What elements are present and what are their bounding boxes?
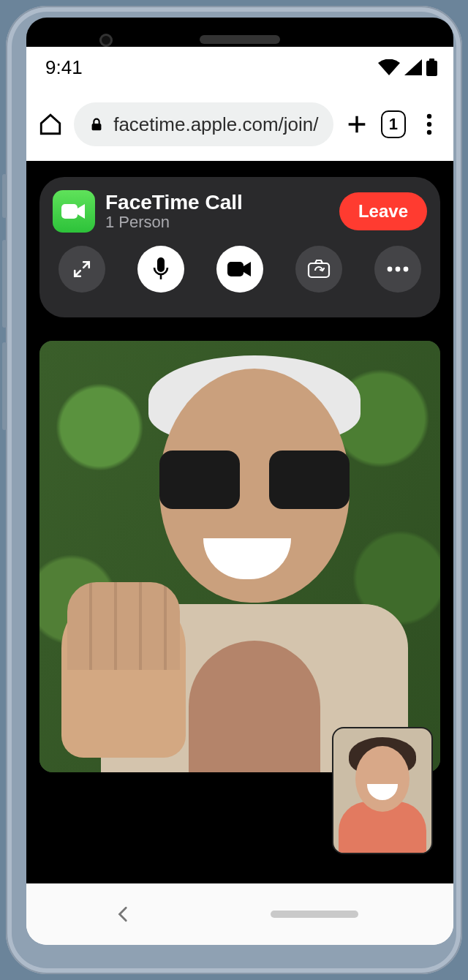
svg-point-4: [427, 122, 431, 127]
svg-point-3: [427, 114, 431, 118]
self-face: [355, 746, 410, 812]
svg-rect-2: [92, 124, 102, 130]
home-gesture-pill[interactable]: [271, 911, 358, 918]
call-controls-panel: FaceTime Call 1 Person Leave: [39, 177, 440, 317]
call-title: FaceTime Call: [105, 191, 329, 214]
camera-flip-icon: [307, 260, 331, 279]
wifi-icon: [378, 59, 400, 75]
clock: 9:41: [45, 56, 83, 79]
volume-down-button: [2, 342, 7, 430]
svg-point-11: [388, 267, 393, 272]
svg-rect-1: [429, 59, 434, 61]
battery-icon: [426, 59, 437, 76]
video-icon: [227, 261, 252, 277]
expand-icon: [72, 260, 91, 279]
browser-menu-button[interactable]: [416, 109, 443, 140]
svg-rect-6: [61, 204, 78, 219]
home-button[interactable]: [37, 109, 64, 140]
back-icon: [114, 905, 133, 924]
remote-person-hand: [61, 589, 186, 758]
kebab-icon: [426, 113, 432, 135]
fullscreen-button[interactable]: [58, 246, 105, 293]
video-icon: [61, 203, 86, 220]
svg-point-13: [404, 267, 409, 272]
lock-icon: [88, 116, 105, 132]
svg-rect-10: [309, 263, 329, 277]
new-tab-button[interactable]: [344, 109, 371, 140]
remote-person-shirt: [189, 641, 320, 772]
earpiece: [200, 35, 280, 44]
back-button[interactable]: [114, 905, 133, 924]
call-subtitle: 1 Person: [105, 213, 329, 232]
leave-button[interactable]: Leave: [339, 192, 427, 230]
screen: 9:41 facetime.apple.com/join/ 1: [26, 47, 453, 945]
plus-icon: [344, 112, 369, 137]
browser-toolbar: facetime.apple.com/join/ 1: [26, 91, 453, 158]
facetime-app-icon: [53, 190, 95, 233]
svg-rect-9: [227, 262, 244, 276]
flip-camera-button[interactable]: [295, 246, 342, 293]
power-button: [2, 174, 7, 218]
address-bar[interactable]: facetime.apple.com/join/: [74, 102, 333, 146]
svg-rect-0: [426, 61, 437, 76]
facetime-viewport: FaceTime Call 1 Person Leave: [26, 161, 453, 883]
tab-switcher-button[interactable]: 1: [381, 110, 406, 138]
svg-rect-7: [157, 257, 165, 272]
control-row: [53, 246, 427, 293]
top-bezel: [26, 18, 453, 47]
url-text: facetime.apple.com/join/: [113, 113, 318, 136]
phone-frame: 9:41 facetime.apple.com/join/ 1: [6, 6, 462, 974]
microphone-icon: [153, 257, 169, 281]
self-view[interactable]: [332, 727, 433, 854]
remote-video[interactable]: [39, 341, 440, 772]
home-icon: [38, 112, 63, 137]
cellular-icon: [404, 59, 422, 75]
mute-button[interactable]: [137, 246, 184, 293]
call-title-group: FaceTime Call 1 Person: [105, 191, 329, 232]
volume-up-button: [2, 240, 7, 328]
status-icons: [378, 59, 437, 76]
leave-label: Leave: [358, 201, 408, 222]
ellipsis-icon: [387, 266, 409, 272]
svg-point-5: [427, 130, 431, 135]
camera-toggle-button[interactable]: [216, 246, 263, 293]
front-camera: [99, 34, 113, 47]
tab-count: 1: [389, 115, 398, 134]
svg-point-12: [396, 267, 401, 272]
status-bar: 9:41: [26, 47, 453, 88]
call-header: FaceTime Call 1 Person Leave: [53, 190, 427, 233]
more-options-button[interactable]: [374, 246, 421, 293]
remote-person-glasses: [159, 451, 350, 509]
system-nav-bar: [26, 883, 453, 945]
